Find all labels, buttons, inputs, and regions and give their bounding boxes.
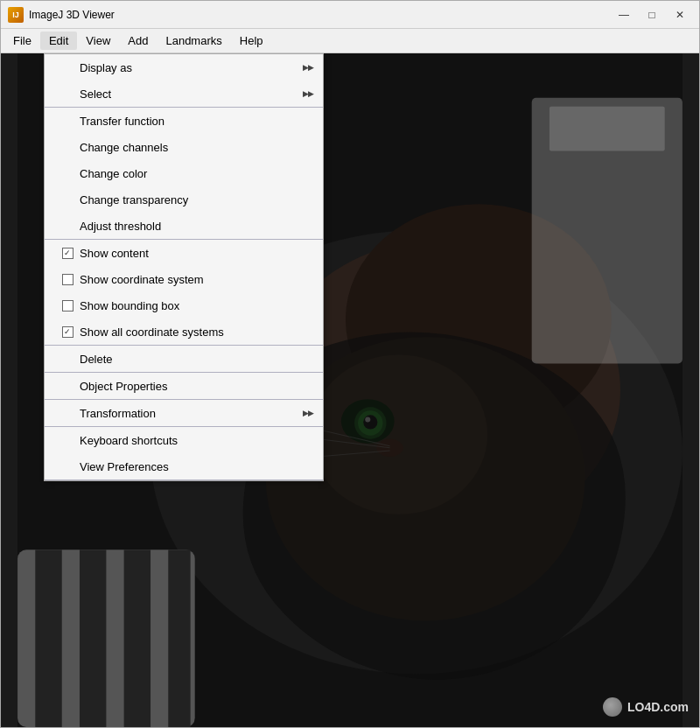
item-label: Transfer function [80,115,309,128]
menu-item-show-coordinate-system[interactable]: Show coordinate system [45,266,323,292]
menu-help[interactable]: Help [231,32,272,50]
menu-view[interactable]: View [77,32,119,50]
checkbox-show-bbox [62,300,74,312]
menu-section-show: ✓ Show content Show coordinate system Sh… [45,240,323,346]
window-title: ImageJ 3D Viewer [29,9,612,21]
app-window: IJ ImageJ 3D Viewer — □ ✕ File Edit View… [0,0,700,728]
item-label: Object Properties [80,380,309,393]
item-label: Select [80,88,303,101]
submenu-arrow-icon: ▶ [303,409,309,417]
svg-rect-21 [550,107,665,151]
check-area-show-all-coords: ✓ [59,326,76,338]
menu-add[interactable]: Add [119,32,157,50]
menu-edit[interactable]: Edit [40,32,77,50]
menu-bar: File Edit View Add Landmarks Help [1,29,699,53]
item-label: Show coordinate system [80,273,309,286]
item-label: Show bounding box [80,299,309,312]
menu-section-delete: Delete [45,346,323,373]
menu-section-adjustments: Transfer function Change channels Change… [45,108,323,240]
menu-section-display: Display as ▶ Select ▶ [45,54,323,108]
title-bar: IJ ImageJ 3D Viewer — □ ✕ [1,1,699,29]
item-label: Change channels [80,141,309,154]
svg-rect-16 [35,550,61,727]
menu-section-transformation: Transformation ▶ [45,400,323,427]
check-area-show-content: ✓ [59,248,76,259]
watermark: LO4D.com [603,697,689,717]
svg-rect-18 [124,550,150,727]
menu-section-object-props: Object Properties [45,373,323,400]
content-area: Display as ▶ Select ▶ Transfer function … [1,53,699,727]
edit-dropdown-menu: Display as ▶ Select ▶ Transfer function … [44,53,324,481]
menu-item-show-all-coordinate-systems[interactable]: ✓ Show all coordinate systems [45,318,323,345]
item-label: Display as [80,61,303,74]
menu-item-change-transparency[interactable]: Change transparency [45,186,323,213]
watermark-text: LO4D.com [627,700,689,714]
svg-rect-17 [80,550,106,727]
menu-item-show-content[interactable]: ✓ Show content [45,240,323,266]
minimize-button[interactable]: — [612,6,636,24]
item-label: Show content [80,247,309,260]
menu-landmarks[interactable]: Landmarks [157,32,230,50]
check-area-show-bbox [59,300,76,312]
check-area-show-coord [59,274,76,285]
window-controls: — □ ✕ [612,6,692,24]
checkbox-show-all-coords: ✓ [62,326,74,338]
close-button[interactable]: ✕ [668,6,692,24]
item-label: Delete [80,353,309,366]
menu-item-object-properties[interactable]: Object Properties [45,373,323,399]
menu-item-keyboard-shortcuts[interactable]: Keyboard shortcuts [45,427,323,453]
menu-item-view-preferences[interactable]: View Preferences [45,453,323,480]
menu-section-prefs: Keyboard shortcuts View Preferences [45,427,323,480]
menu-item-change-color[interactable]: Change color [45,160,323,186]
checkbox-show-coord [62,274,74,285]
menu-item-change-channels[interactable]: Change channels [45,134,323,160]
maximize-button[interactable]: □ [640,6,664,24]
item-label: Change color [80,167,309,180]
item-label: Change transparency [80,193,309,206]
item-label: Keyboard shortcuts [80,434,309,447]
menu-item-adjust-threshold[interactable]: Adjust threshold [45,213,323,239]
app-icon: IJ [8,7,24,23]
menu-item-show-bounding-box[interactable]: Show bounding box [45,292,323,318]
item-label: Show all coordinate systems [80,326,309,339]
menu-item-select[interactable]: Select ▶ [45,80,323,107]
menu-file[interactable]: File [4,32,40,50]
menu-item-display-as[interactable]: Display as ▶ [45,54,323,80]
checkbox-show-content: ✓ [62,248,74,259]
menu-item-delete[interactable]: Delete [45,346,323,372]
menu-item-transfer-function[interactable]: Transfer function [45,108,323,134]
item-label: Transformation [80,407,303,420]
watermark-globe-icon [603,697,622,717]
submenu-arrow-icon: ▶ [303,89,309,98]
svg-rect-19 [168,550,190,727]
submenu-arrow-icon: ▶ [303,63,309,72]
menu-item-transformation[interactable]: Transformation ▶ [45,400,323,426]
item-label: View Preferences [80,460,309,473]
item-label: Adjust threshold [80,220,309,233]
